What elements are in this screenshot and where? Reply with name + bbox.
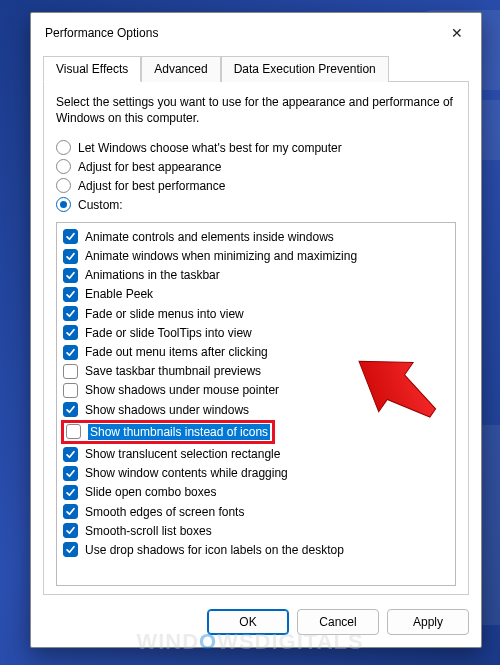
- checkbox-label: Enable Peek: [85, 286, 153, 302]
- checkbox-label: Smooth edges of screen fonts: [85, 504, 244, 520]
- watermark: WINDOWSDIGITALS: [136, 629, 363, 655]
- checkbox-icon[interactable]: [66, 424, 81, 439]
- list-item[interactable]: Enable Peek: [59, 285, 453, 304]
- checkbox-icon[interactable]: [63, 306, 78, 321]
- checkbox-label: Animations in the taskbar: [85, 267, 220, 283]
- list-item[interactable]: Show window contents while dragging: [59, 464, 453, 483]
- radio-label: Let Windows choose what's best for my co…: [78, 141, 342, 155]
- performance-options-dialog: Performance Options ✕ Visual Effects Adv…: [30, 12, 482, 648]
- checkbox-icon[interactable]: [63, 402, 78, 417]
- list-item[interactable]: Show shadows under mouse pointer: [59, 381, 453, 400]
- panel-description: Select the settings you want to use for …: [56, 94, 456, 126]
- list-item[interactable]: Slide open combo boxes: [59, 483, 453, 502]
- checkbox-icon[interactable]: [63, 447, 78, 462]
- checkbox-icon[interactable]: [63, 523, 78, 538]
- close-icon[interactable]: ✕: [445, 23, 469, 43]
- radio-icon[interactable]: [56, 197, 71, 212]
- tab-panel-visual-effects: Select the settings you want to use for …: [43, 81, 469, 595]
- list-item[interactable]: Show shadows under windows: [59, 400, 453, 419]
- list-item[interactable]: Fade or slide menus into view: [59, 304, 453, 323]
- checkbox-icon[interactable]: [63, 268, 78, 283]
- checkbox-label: Show window contents while dragging: [85, 465, 288, 481]
- highlighted-option: Show thumbnails instead of icons: [61, 420, 275, 444]
- radio-icon[interactable]: [56, 140, 71, 155]
- checkbox-label: Show translucent selection rectangle: [85, 446, 280, 462]
- list-item[interactable]: Save taskbar thumbnail previews: [59, 362, 453, 381]
- radio-label: Custom:: [78, 198, 123, 212]
- checkbox-icon[interactable]: [63, 249, 78, 264]
- checkbox-icon[interactable]: [63, 345, 78, 360]
- checkbox-label: Fade or slide ToolTips into view: [85, 325, 252, 341]
- list-item[interactable]: Animate windows when minimizing and maxi…: [59, 247, 453, 266]
- radio-icon[interactable]: [56, 159, 71, 174]
- radio-label: Adjust for best appearance: [78, 160, 221, 174]
- checkbox-icon[interactable]: [63, 466, 78, 481]
- radio-option[interactable]: Custom:: [56, 197, 456, 212]
- checkbox-icon[interactable]: [63, 485, 78, 500]
- radio-option[interactable]: Adjust for best appearance: [56, 159, 456, 174]
- tab-dep[interactable]: Data Execution Prevention: [221, 56, 389, 82]
- checkbox-label: Fade or slide menus into view: [85, 306, 244, 322]
- checkbox-label: Show shadows under mouse pointer: [85, 382, 279, 398]
- checkbox-icon[interactable]: [63, 325, 78, 340]
- checkbox-icon[interactable]: [63, 504, 78, 519]
- window-title: Performance Options: [45, 26, 158, 40]
- radio-label: Adjust for best performance: [78, 179, 225, 193]
- checkbox-label: Use drop shadows for icon labels on the …: [85, 542, 344, 558]
- checkbox-label: Save taskbar thumbnail previews: [85, 363, 261, 379]
- checkbox-label: Slide open combo boxes: [85, 484, 216, 500]
- checkbox-icon[interactable]: [63, 287, 78, 302]
- apply-button[interactable]: Apply: [387, 609, 469, 635]
- checkbox-icon[interactable]: [63, 542, 78, 557]
- checkbox-label: Show thumbnails instead of icons: [88, 424, 270, 440]
- checkbox-icon[interactable]: [63, 383, 78, 398]
- list-item[interactable]: Animate controls and elements inside win…: [59, 227, 453, 246]
- tabstrip: Visual Effects Advanced Data Execution P…: [43, 55, 469, 81]
- list-item[interactable]: Smooth-scroll list boxes: [59, 521, 453, 540]
- list-item[interactable]: Show thumbnails instead of icons: [59, 419, 453, 444]
- titlebar: Performance Options ✕: [31, 13, 481, 53]
- list-item[interactable]: Fade or slide ToolTips into view: [59, 323, 453, 342]
- checkbox-icon[interactable]: [63, 364, 78, 379]
- checkbox-icon[interactable]: [63, 229, 78, 244]
- checkbox-label: Show shadows under windows: [85, 402, 249, 418]
- checkbox-label: Smooth-scroll list boxes: [85, 523, 212, 539]
- tab-advanced[interactable]: Advanced: [141, 56, 220, 82]
- list-item[interactable]: Fade out menu items after clicking: [59, 343, 453, 362]
- radio-option[interactable]: Adjust for best performance: [56, 178, 456, 193]
- checkbox-label: Animate windows when minimizing and maxi…: [85, 248, 357, 264]
- list-item[interactable]: Animations in the taskbar: [59, 266, 453, 285]
- list-item[interactable]: Use drop shadows for icon labels on the …: [59, 540, 453, 559]
- radio-icon[interactable]: [56, 178, 71, 193]
- list-item[interactable]: Show translucent selection rectangle: [59, 444, 453, 463]
- radio-option[interactable]: Let Windows choose what's best for my co…: [56, 140, 456, 155]
- visual-effects-listbox[interactable]: Animate controls and elements inside win…: [56, 222, 456, 586]
- tab-visual-effects[interactable]: Visual Effects: [43, 56, 141, 82]
- list-item[interactable]: Smooth edges of screen fonts: [59, 502, 453, 521]
- checkbox-label: Animate controls and elements inside win…: [85, 229, 334, 245]
- checkbox-label: Fade out menu items after clicking: [85, 344, 268, 360]
